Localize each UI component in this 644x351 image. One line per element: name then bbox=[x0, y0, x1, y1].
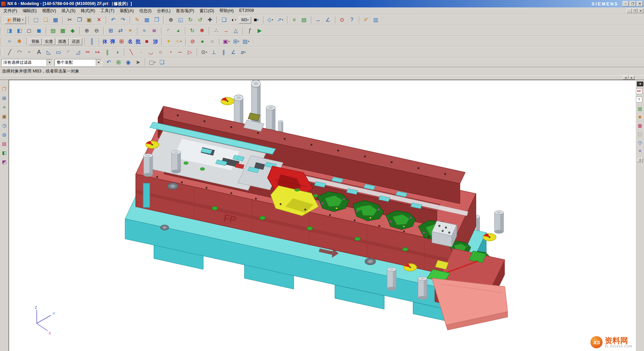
arc2-tool-icon[interactable]: ◡ bbox=[146, 48, 155, 56]
layer-settings-icon[interactable]: ≡ bbox=[290, 16, 299, 24]
explode-view-icon[interactable]: ✶ bbox=[126, 27, 135, 35]
window-tile-icon[interactable]: ◧ bbox=[15, 27, 24, 35]
tooling-navigator-icon[interactable]: T bbox=[636, 97, 642, 103]
guide-post[interactable] bbox=[143, 183, 150, 207]
text-tool-icon[interactable]: A bbox=[34, 48, 43, 56]
snapshot-icon[interactable]: ❒ bbox=[152, 16, 161, 24]
resume-icon[interactable]: ● bbox=[198, 37, 207, 46]
vector-constructor-icon[interactable]: → bbox=[221, 27, 231, 35]
resource-scroll-down-button[interactable]: ▾ bbox=[637, 158, 643, 162]
datum-plane-icon[interactable]: ◇▾ bbox=[266, 16, 275, 24]
palette-icon[interactable]: ▤ bbox=[1, 140, 8, 147]
model-3d-view[interactable]: FP bbox=[9, 80, 636, 351]
window-display-icon[interactable]: ❑ bbox=[219, 16, 228, 24]
new-file-icon[interactable]: ▢ bbox=[31, 16, 40, 24]
measure-distance-icon[interactable]: ↔ bbox=[314, 16, 323, 24]
section-ruler-icon[interactable]: ║ bbox=[87, 37, 96, 46]
edge-highlight-icon[interactable]: ◜ bbox=[164, 27, 173, 35]
open-file-icon[interactable]: ❏ bbox=[41, 16, 50, 24]
part-navigator-icon[interactable]: ≡ bbox=[1, 104, 8, 111]
orient-front-icon[interactable]: ▤ bbox=[49, 27, 58, 35]
shaded-view-icon[interactable]: ◼ bbox=[34, 27, 43, 35]
point-tool-icon[interactable]: ∙ bbox=[136, 48, 146, 56]
polygon-tool-icon[interactable]: ▷ bbox=[185, 48, 194, 56]
regenerate-icon[interactable]: ✱ bbox=[197, 27, 207, 35]
wizard-icon[interactable]: ✱ bbox=[15, 37, 24, 46]
cursor-icon[interactable]: ➤ bbox=[133, 58, 143, 66]
start-menu-button[interactable]: ◩开始▾ bbox=[5, 16, 26, 24]
selection-scope-combo[interactable]: 整个装配 ▼ bbox=[55, 59, 102, 66]
reuse-library-icon[interactable]: ▣ bbox=[1, 113, 8, 120]
help-icon[interactable]: ? bbox=[347, 16, 357, 24]
menu-help[interactable]: 帮助(H) bbox=[217, 7, 236, 14]
diameter-dim-icon[interactable]: ⌀▾ bbox=[239, 48, 248, 56]
direct-sketch-icon[interactable]: ✎ bbox=[132, 16, 142, 24]
lifter-disc[interactable] bbox=[483, 233, 496, 241]
selection-ball-icon[interactable]: ⊙ bbox=[338, 16, 347, 24]
combo-dropdown-icon[interactable]: ▼ bbox=[47, 59, 52, 66]
solid-transparent-button[interactable]: 实透 bbox=[42, 38, 55, 45]
chamfer-tool-icon[interactable]: ◿ bbox=[73, 48, 83, 56]
update-model-icon[interactable]: ↻ bbox=[188, 27, 197, 35]
red-block-icon[interactable]: ■ bbox=[142, 37, 151, 46]
history-icon[interactable]: ◷ bbox=[1, 122, 8, 129]
menu-view[interactable]: 视图(V) bbox=[39, 7, 59, 14]
arc-tool-icon[interactable]: ◠ bbox=[15, 48, 24, 56]
knowledge-fusion-icon[interactable]: KF bbox=[636, 88, 642, 94]
save-icon[interactable]: ▦ bbox=[51, 16, 60, 24]
lifter-disc[interactable] bbox=[221, 97, 234, 105]
fit-view-icon[interactable]: ◱ bbox=[176, 16, 185, 24]
catalog-icon[interactable]: ▤ bbox=[637, 106, 643, 112]
unlock-icon[interactable]: ✧▾ bbox=[174, 37, 183, 46]
snap-point-icon[interactable]: ⊙▾ bbox=[200, 48, 209, 56]
menu-assemblies[interactable]: 装配(A) bbox=[117, 7, 136, 14]
cut-icon[interactable]: ✂ bbox=[65, 16, 74, 24]
csys-icon[interactable]: △ bbox=[231, 27, 240, 35]
menu-preferences[interactable]: 首选项(P) bbox=[173, 7, 197, 14]
line-tool-icon[interactable]: ╱ bbox=[5, 48, 14, 56]
spreadsheet-icon[interactable]: ▦ bbox=[142, 16, 151, 24]
assembly-navigator-icon[interactable]: ❐ bbox=[1, 86, 8, 92]
add-to-selection-icon[interactable]: ⊞ bbox=[114, 58, 123, 66]
refresh-icon[interactable]: ↻ bbox=[186, 16, 195, 24]
menu-format[interactable]: 格式(R) bbox=[78, 7, 98, 14]
stack-icon[interactable]: ≡ bbox=[637, 148, 643, 154]
hide-icon[interactable]: ○ bbox=[208, 37, 217, 46]
she-button[interactable]: 涉 bbox=[152, 38, 159, 45]
redo-icon[interactable]: ↷ bbox=[118, 16, 127, 24]
history2-icon[interactable]: ◷ bbox=[637, 139, 643, 146]
constraint-navigator-icon[interactable]: ⊞ bbox=[1, 95, 8, 101]
maximize-button[interactable]: ❐ bbox=[630, 1, 636, 6]
measure-angle-icon[interactable]: ∠ bbox=[324, 16, 333, 24]
adjuster-knob[interactable] bbox=[167, 183, 178, 189]
assembly-constraint-icon[interactable]: ⊞ bbox=[106, 27, 115, 35]
ming-button[interactable]: 名 bbox=[127, 38, 134, 45]
minimize-button[interactable]: – bbox=[622, 1, 629, 6]
graphics-window[interactable]: FP Z Y X XS 资料网 ZL.XS1616.COM bbox=[9, 80, 636, 351]
menu-et2008[interactable]: ET2008 bbox=[237, 7, 257, 14]
zoom-window-icon[interactable]: ⊕ bbox=[166, 16, 175, 24]
wave-geometry-icon[interactable]: ≈ bbox=[140, 27, 149, 35]
replace-button[interactable]: 替换 bbox=[29, 38, 42, 45]
menu-insert[interactable]: 插入(S) bbox=[59, 7, 78, 14]
suppress-icon[interactable]: ⊘ bbox=[188, 37, 197, 46]
rectangle-tool-icon[interactable]: ▭ bbox=[54, 48, 63, 56]
menu-information[interactable]: 信息(I) bbox=[136, 7, 154, 14]
box-icon[interactable]: ▢ bbox=[637, 131, 643, 138]
child-restore-button[interactable]: ❐ bbox=[632, 8, 638, 13]
trim-tool-icon[interactable]: ✂ bbox=[83, 48, 92, 56]
copy-icon[interactable]: ❐ bbox=[75, 16, 84, 24]
highlight-icon[interactable]: ◉ bbox=[124, 58, 133, 66]
profile-tool-icon[interactable]: ◺ bbox=[44, 48, 53, 56]
zoom-in-icon[interactable]: ⊕ bbox=[82, 27, 91, 35]
m3-view-button[interactable]: M3▾ bbox=[239, 17, 251, 24]
lifter-disc[interactable] bbox=[404, 264, 417, 271]
tan-button[interactable]: 弹 bbox=[109, 38, 116, 45]
expression-icon[interactable]: ƒ bbox=[245, 27, 254, 35]
combo-dropdown-icon[interactable]: ▼ bbox=[96, 59, 101, 66]
delete-icon[interactable]: ✕ bbox=[94, 16, 103, 24]
wireframe-icon[interactable]: ◻ bbox=[25, 27, 34, 35]
menu-edit[interactable]: 编辑(E) bbox=[20, 7, 39, 14]
web-browser-icon[interactable]: ◍ bbox=[1, 131, 8, 138]
datum-axis-icon[interactable]: ↗▾ bbox=[276, 16, 285, 24]
